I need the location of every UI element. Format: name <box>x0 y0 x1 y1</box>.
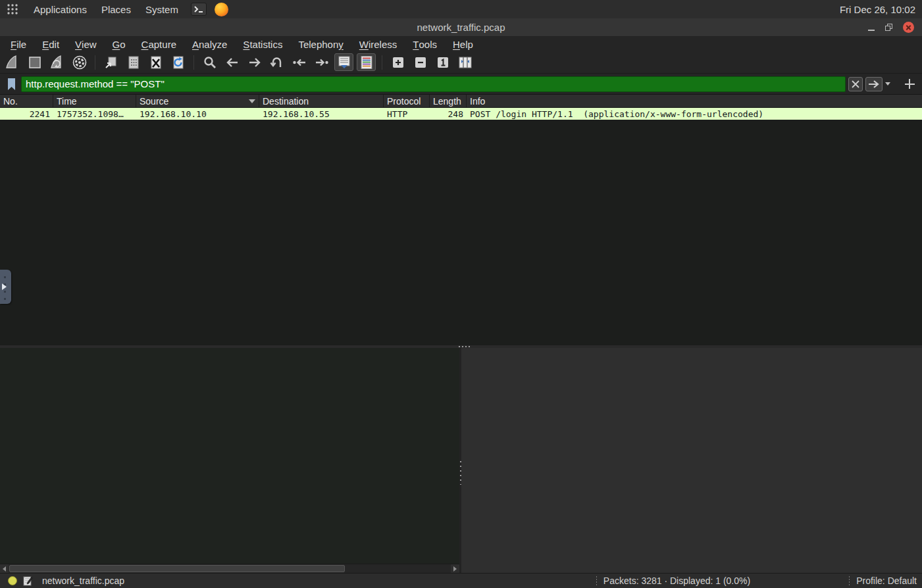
filter-bookmark-button[interactable] <box>4 76 18 92</box>
restart-capture-button[interactable] <box>47 53 66 71</box>
menu-label: dit <box>49 39 59 50</box>
column-header-info[interactable]: Info <box>467 95 922 107</box>
scrollbar-thumb[interactable] <box>9 565 345 572</box>
menu-system[interactable]: System <box>138 0 186 18</box>
display-filter-input[interactable] <box>21 76 846 92</box>
column-header-destination[interactable]: Destination <box>259 95 384 107</box>
column-header-source[interactable]: Source <box>136 95 259 107</box>
reload-file-button[interactable] <box>168 53 188 71</box>
stop-capture-button[interactable] <box>25 53 44 71</box>
packet-no-cell: 2241 <box>0 108 53 120</box>
start-capture-button[interactable] <box>3 53 22 71</box>
column-header-time[interactable]: Time <box>53 95 136 107</box>
close-file-icon <box>148 55 164 70</box>
clock[interactable]: Fri Dec 26, 10:02 <box>840 4 915 15</box>
restore-button[interactable] <box>885 24 892 31</box>
column-header-no[interactable]: No. <box>0 95 53 107</box>
splitter-grip-icon <box>459 346 471 347</box>
packet-bytes-pane[interactable] <box>461 348 922 574</box>
toolbar-separator <box>382 55 382 70</box>
packet-details-pane <box>0 348 459 574</box>
auto-scroll-button[interactable] <box>334 53 353 71</box>
column-header-protocol[interactable]: Protocol <box>384 95 430 107</box>
stop-capture-icon <box>27 55 43 70</box>
colorize-packets-icon <box>359 55 374 70</box>
menu-label: E <box>42 39 49 50</box>
expert-info-icon[interactable] <box>8 576 17 585</box>
apply-filter-group <box>865 77 894 91</box>
menu-label: y <box>338 39 344 50</box>
zoom-original-button[interactable] <box>433 53 452 71</box>
filter-history-dropdown-icon[interactable] <box>885 82 890 86</box>
firefox-launcher-icon[interactable] <box>215 3 228 16</box>
menu-view[interactable]: View <box>67 37 105 51</box>
expand-right-icon <box>2 283 7 290</box>
menu-go[interactable]: Go <box>105 37 134 51</box>
menu-label: G <box>113 39 120 50</box>
column-label: Info <box>470 96 485 107</box>
pane-drag-handle[interactable] <box>0 270 11 304</box>
go-last-packet-button[interactable] <box>312 53 331 71</box>
packet-details-view[interactable] <box>0 348 459 564</box>
packet-source-cell: 192.168.10.10 <box>136 108 259 120</box>
menu-label: o <box>120 39 125 50</box>
minimize-button[interactable] <box>868 30 875 31</box>
menu-applications[interactable]: Applications <box>26 0 94 18</box>
capture-options-button[interactable] <box>70 53 89 71</box>
terminal-launcher-icon[interactable] <box>191 3 207 16</box>
go-to-packet-icon <box>269 55 285 70</box>
capture-options-icon <box>72 55 88 70</box>
go-back-icon <box>224 55 240 70</box>
menu-label: ile <box>16 39 26 50</box>
packet-length-cell: 248 <box>430 108 467 120</box>
clear-filter-button[interactable] <box>848 77 863 91</box>
capture-comment-icon[interactable] <box>22 576 33 586</box>
resize-columns-button[interactable] <box>455 53 474 71</box>
zoom-in-button[interactable] <box>388 53 407 71</box>
column-header-length[interactable]: Length <box>430 95 467 107</box>
save-file-icon <box>126 55 141 70</box>
menu-telephony[interactable]: Telephony <box>290 37 351 51</box>
scroll-right-icon <box>453 566 457 572</box>
packet-row[interactable]: 2241 1757352.1098… 192.168.10.10 192.168… <box>0 108 922 120</box>
save-file-button[interactable] <box>124 53 143 71</box>
start-capture-icon <box>5 55 20 70</box>
menu-label: iew <box>82 39 97 50</box>
go-to-packet-button[interactable] <box>267 53 286 71</box>
window-title-bar[interactable]: network_traffic.pcap <box>0 18 922 37</box>
scroll-right-button[interactable] <box>451 564 459 573</box>
details-horizontal-scrollbar[interactable] <box>0 564 459 573</box>
scroll-left-button[interactable] <box>0 564 9 573</box>
close-file-button[interactable] <box>146 53 165 71</box>
vertical-splitter[interactable] <box>459 348 461 574</box>
go-forward-button[interactable] <box>245 53 264 71</box>
menu-label: ools <box>419 39 437 50</box>
go-back-button[interactable] <box>222 53 242 71</box>
go-forward-icon <box>247 55 263 70</box>
add-filter-button[interactable] <box>901 76 918 93</box>
column-label: Protocol <box>387 96 421 107</box>
menu-analyze[interactable]: Analyze <box>184 37 235 51</box>
open-file-button[interactable] <box>101 53 120 71</box>
profile-indicator[interactable]: Profile: Default <box>856 576 917 586</box>
colorize-packets-button[interactable] <box>357 53 376 71</box>
close-button[interactable] <box>903 22 914 33</box>
menu-wireless[interactable]: Wireless <box>351 37 405 51</box>
menu-edit[interactable]: Edit <box>34 37 67 51</box>
packet-count-summary: Packets: 3281 · Displayed: 1 (0.0%) <box>603 576 750 586</box>
statusbar-separator <box>596 576 597 585</box>
zoom-out-button[interactable] <box>411 53 430 71</box>
menu-statistics[interactable]: Statistics <box>235 37 290 51</box>
menu-help[interactable]: Help <box>445 37 481 51</box>
app-grid-icon[interactable] <box>7 3 18 15</box>
find-packet-button[interactable] <box>200 53 219 71</box>
capture-file-name[interactable]: network_traffic.pcap <box>42 576 124 586</box>
menu-file[interactable]: File <box>3 37 34 51</box>
menu-places[interactable]: Places <box>94 0 138 18</box>
resize-columns-icon <box>457 55 473 70</box>
menu-label: apture <box>148 39 176 50</box>
menu-tools[interactable]: Tools <box>405 37 445 51</box>
apply-filter-button[interactable] <box>865 77 883 91</box>
menu-capture[interactable]: Capture <box>134 37 184 51</box>
go-first-packet-button[interactable] <box>290 53 309 71</box>
